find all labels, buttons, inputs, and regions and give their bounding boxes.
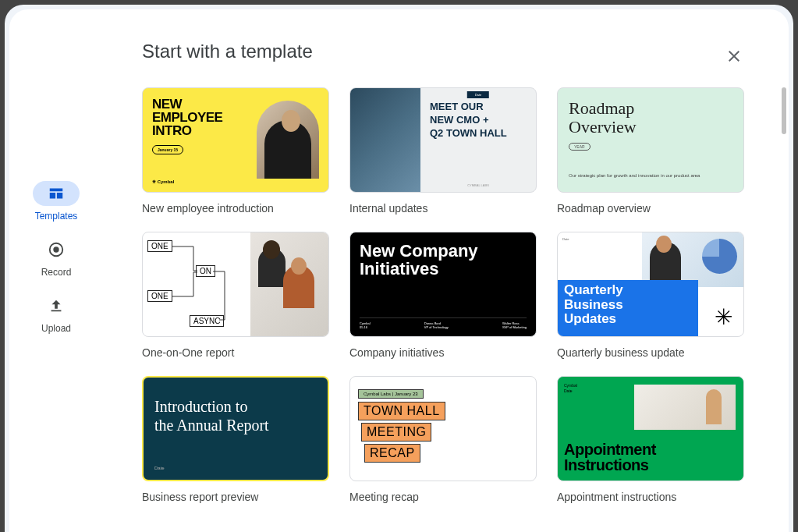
thumb-text: QuarterlyBusinessUpdates	[564, 283, 692, 327]
template-quarterly-business[interactable]: Date QuarterlyBusinessUpdates ✳ Quarterl…	[557, 232, 744, 359]
scrollbar[interactable]	[782, 87, 786, 134]
template-thumb: RoadmapOverview YEAR Our strategic plan …	[557, 87, 744, 193]
template-label: Business report preview	[142, 491, 329, 503]
template-thumb: Date QuarterlyBusinessUpdates ✳	[557, 232, 744, 337]
template-thumb: Cymbal Labs | January 23 TOWN HALL MEETI…	[349, 376, 537, 481]
template-one-on-one[interactable]: ONE ON ONE ASYNC	[142, 232, 329, 359]
template-company-initiatives[interactable]: New CompanyInitiatives Cymbal 05.16 Donn…	[349, 232, 537, 359]
thumb-date: Date	[562, 237, 569, 241]
template-meeting-recap[interactable]: Cymbal Labs | January 23 TOWN HALL MEETI…	[349, 376, 537, 503]
thumb-footer: CYMBAL LABS	[467, 183, 489, 187]
thumb-text: RECAP	[364, 444, 420, 463]
template-label: New employee introduction	[142, 202, 329, 215]
thumb-image	[257, 101, 319, 179]
template-label: Roadmap overview	[557, 202, 744, 215]
thumb-text: AppointmentInstructions	[564, 442, 656, 473]
template-label: Company initiatives	[349, 346, 537, 359]
thumb-brand: Cymbal 05.16	[360, 321, 371, 330]
sidebar-item-label: Record	[41, 267, 72, 278]
template-label: Internal updates	[349, 202, 537, 215]
thumb-text: MEET OURNEW CMO +Q2 TOWN HALL	[430, 101, 527, 140]
thumb-text: RoadmapOverview	[569, 99, 732, 137]
template-roadmap[interactable]: RoadmapOverview YEAR Our strategic plan …	[557, 87, 744, 215]
template-thumb: Cymbal Date AppointmentInstructions	[557, 376, 744, 481]
thumb-meta: Donna Bard VP of Technology	[424, 321, 449, 330]
template-appointment[interactable]: Cymbal Date AppointmentInstructions Appo…	[557, 376, 744, 503]
close-icon	[725, 47, 743, 66]
svg-point-1	[53, 246, 59, 252]
thumb-text: TOWN HALL	[358, 402, 445, 420]
thumb-text: New CompanyInitiatives	[360, 242, 527, 278]
thumb-image	[350, 88, 420, 192]
template-grid: NEW EMPLOYEE INTRO January 15 ✳ Cymbal	[142, 87, 750, 503]
sidebar-item-label: Templates	[35, 211, 78, 222]
thumb-subtitle: Our strategic plan for growth and innova…	[569, 173, 732, 179]
template-thumb: Introduction tothe Annual Report Date	[142, 376, 329, 481]
thumb-brand: ✳ Cymbal	[152, 179, 174, 184]
thumb-text: MEETING	[361, 423, 431, 442]
thumb-text: NEW	[152, 98, 257, 111]
page-title: Start with a template	[142, 41, 750, 62]
template-label: Appointment instructions	[557, 491, 744, 503]
template-label: Quarterly business update	[557, 346, 744, 359]
thumb-image	[642, 232, 743, 287]
sidebar: Templates Record Upload	[9, 9, 103, 532]
thumb-badge: Date	[467, 91, 489, 98]
upload-icon	[48, 297, 65, 314]
template-thumb: ONE ON ONE ASYNC	[142, 232, 329, 337]
templates-icon	[48, 185, 65, 202]
record-icon	[48, 241, 65, 258]
template-label: One-on-One report	[142, 346, 329, 359]
template-picker-modal: Templates Record Upload	[9, 9, 789, 532]
thumb-badge: Cymbal Labs | January 23	[358, 389, 424, 399]
template-internal-updates[interactable]: Date MEET OURNEW CMO +Q2 TOWN HALL CYMBA…	[349, 87, 537, 215]
thumb-year: YEAR	[569, 143, 591, 151]
thumb-text: EMPLOYEE	[152, 111, 257, 124]
thumb-date: January 15	[152, 145, 183, 154]
asterisk-icon: ✳	[715, 304, 732, 330]
main-content: Start with a template NEW EMPLOYEE INTRO	[103, 9, 789, 532]
template-label: Meeting recap	[349, 491, 537, 503]
sidebar-item-record[interactable]: Record	[33, 237, 80, 278]
thumb-connector-lines	[143, 232, 252, 337]
template-thumb: NEW EMPLOYEE INTRO January 15 ✳ Cymbal	[142, 87, 329, 193]
thumb-text: INTRO	[152, 124, 257, 137]
template-new-employee[interactable]: NEW EMPLOYEE INTRO January 15 ✳ Cymbal	[142, 87, 329, 215]
sidebar-item-upload[interactable]: Upload	[33, 293, 80, 334]
thumb-image	[250, 232, 328, 336]
close-button[interactable]	[718, 41, 750, 72]
thumb-image	[634, 385, 736, 430]
sidebar-item-templates[interactable]: Templates	[33, 181, 80, 222]
template-thumb: New CompanyInitiatives Cymbal 05.16 Donn…	[349, 232, 537, 337]
thumb-text: Introduction tothe Annual Report	[154, 397, 317, 434]
template-business-report[interactable]: Introduction tothe Annual Report Date Bu…	[142, 376, 329, 503]
thumb-meta: Walter Ross SVP of Marketing	[502, 321, 527, 330]
thumb-date: Date	[154, 466, 165, 470]
sidebar-item-label: Upload	[41, 323, 71, 334]
template-thumb: Date MEET OURNEW CMO +Q2 TOWN HALL CYMBA…	[349, 87, 537, 193]
